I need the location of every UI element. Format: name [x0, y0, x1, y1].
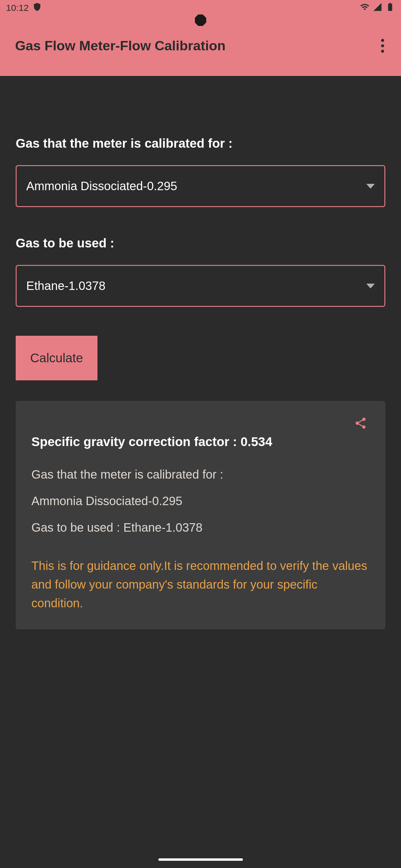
status-bar: 10:12 — [0, 0, 401, 16]
share-icon — [354, 416, 367, 430]
main-content: Gas that the meter is calibrated for : A… — [0, 76, 401, 629]
result-calibrated-label: Gas that the meter is calibrated for : — [31, 465, 370, 484]
nav-handle[interactable] — [159, 858, 243, 861]
status-left: 10:12 — [6, 2, 42, 14]
more-vert-icon — [381, 50, 384, 53]
result-card: Specific gravity correction factor : 0.5… — [16, 401, 385, 629]
chevron-down-icon — [366, 284, 375, 288]
used-gas-dropdown[interactable]: Ethane-1.0378 — [16, 265, 385, 307]
camera-notch — [195, 14, 206, 26]
navigation-bar — [0, 851, 401, 868]
disclaimer-text: This is for guidance only.It is recommen… — [31, 556, 370, 613]
used-gas-value: Ethane-1.0378 — [26, 279, 105, 293]
status-time: 10:12 — [6, 3, 29, 13]
status-right — [360, 2, 395, 14]
page-title: Gas Flow Meter-Flow Calibration — [15, 38, 226, 54]
calculate-button[interactable]: Calculate — [16, 336, 97, 380]
result-calibrated-value: Ammonia Dissociated-0.295 — [31, 491, 370, 510]
chevron-down-icon — [366, 184, 375, 189]
battery-icon — [385, 2, 395, 14]
signal-icon — [373, 2, 382, 14]
more-options-button[interactable] — [376, 34, 389, 58]
calibrated-gas-dropdown[interactable]: Ammonia Dissociated-0.295 — [16, 165, 385, 207]
result-used-gas: Gas to be used : Ethane-1.0378 — [31, 518, 370, 537]
used-gas-label: Gas to be used : — [16, 236, 385, 250]
calibrated-gas-value: Ammonia Dissociated-0.295 — [26, 179, 177, 193]
more-vert-icon — [381, 44, 384, 47]
share-button[interactable] — [350, 413, 371, 433]
more-vert-icon — [381, 39, 384, 42]
shield-icon — [32, 2, 42, 14]
calibrated-gas-label: Gas that the meter is calibrated for : — [16, 136, 385, 151]
wifi-icon — [360, 2, 370, 14]
result-title: Specific gravity correction factor : 0.5… — [31, 435, 370, 449]
